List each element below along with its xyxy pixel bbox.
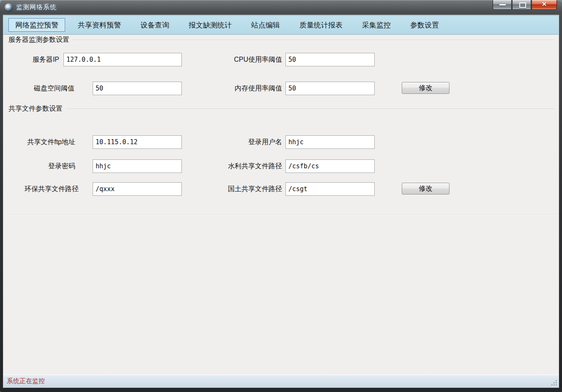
tab-collection-monitor[interactable]: 采集监控 (355, 18, 398, 32)
title-bar[interactable]: 监测网络系统 ✕ (0, 0, 562, 15)
window-title: 监测网络系统 (16, 3, 57, 11)
land-share-path-label: 国土共享文件路径 (189, 182, 282, 196)
maximize-button[interactable] (512, 0, 531, 10)
app-window: 监测网络系统 ✕ 网络监控预警 共享资料预警 设备查询 报文缺测统计 站点编辑 … (0, 0, 562, 392)
memory-threshold-label: 内存使用率阈值 (189, 82, 282, 95)
resize-grip[interactable] (551, 380, 557, 386)
login-password-input[interactable] (93, 159, 182, 173)
server-ip-input[interactable] (63, 53, 182, 66)
tab-station-edit[interactable]: 站点编辑 (244, 18, 287, 32)
close-icon: ✕ (532, 0, 557, 8)
memory-threshold-input[interactable] (285, 82, 375, 95)
login-username-input[interactable] (285, 135, 375, 149)
ftp-address-label: 共享文件ftp地址 (8, 135, 75, 149)
tab-param-settings[interactable]: 参数设置 (403, 18, 446, 32)
maximize-icon (519, 3, 526, 8)
tab-network-monitor-warning[interactable]: 网络监控预警 (8, 18, 65, 32)
env-share-path-input[interactable] (93, 182, 182, 196)
tab-quality-report[interactable]: 质量统计报表 (293, 18, 349, 32)
login-username-label: 登录用户名 (189, 135, 282, 149)
server-section-title: 服务器监测参数设置 (8, 36, 69, 44)
client-area: 网络监控预警 共享资料预警 设备查询 报文缺测统计 站点编辑 质量统计报表 采集… (3, 15, 559, 387)
cpu-threshold-label: CPU使用率阈值 (189, 53, 282, 66)
window-controls: ✕ (492, 0, 557, 10)
login-password-label: 登录密码 (8, 159, 75, 173)
close-button[interactable]: ✕ (532, 0, 557, 10)
panel-divider (3, 214, 559, 215)
status-bar: 系统正在监控 (3, 375, 559, 387)
land-share-path-input[interactable] (285, 182, 375, 196)
status-message: 系统正在监控 (7, 377, 45, 385)
ftp-address-input[interactable] (93, 135, 182, 149)
disk-threshold-label: 磁盘空间阈值 (8, 82, 74, 95)
cpu-threshold-input[interactable] (285, 53, 375, 66)
tab-bar: 网络监控预警 共享资料预警 设备查询 报文缺测统计 站点编辑 质量统计报表 采集… (3, 15, 559, 35)
tab-message-missing-stats[interactable]: 报文缺测统计 (182, 18, 239, 32)
caption-rule (66, 109, 554, 110)
water-share-path-label: 水利共享文件路径 (189, 159, 282, 173)
tab-shared-data-warning[interactable]: 共享资料预警 (71, 18, 128, 32)
globe-icon (5, 3, 13, 11)
server-section-caption: 服务器监测参数设置 (8, 36, 554, 44)
tab-page-network-monitor: 服务器监测参数设置 服务器IP CPU使用率阈值 磁盘空间阈值 内存使用率阈值 … (3, 35, 559, 375)
share-section-title: 共享文件参数设置 (8, 104, 63, 113)
server-modify-button[interactable]: 修改 (402, 82, 450, 94)
tab-device-query[interactable]: 设备查询 (134, 18, 176, 32)
disk-threshold-input[interactable] (93, 82, 182, 95)
minimize-icon (499, 4, 506, 5)
server-ip-label: 服务器IP (8, 53, 59, 66)
water-share-path-input[interactable] (285, 159, 375, 173)
share-modify-button[interactable]: 修改 (402, 183, 450, 195)
caption-rule (73, 40, 554, 41)
share-section-caption: 共享文件参数设置 (8, 104, 554, 113)
minimize-button[interactable] (493, 0, 512, 10)
env-share-path-label: 环保共享文件路径 (8, 182, 79, 196)
